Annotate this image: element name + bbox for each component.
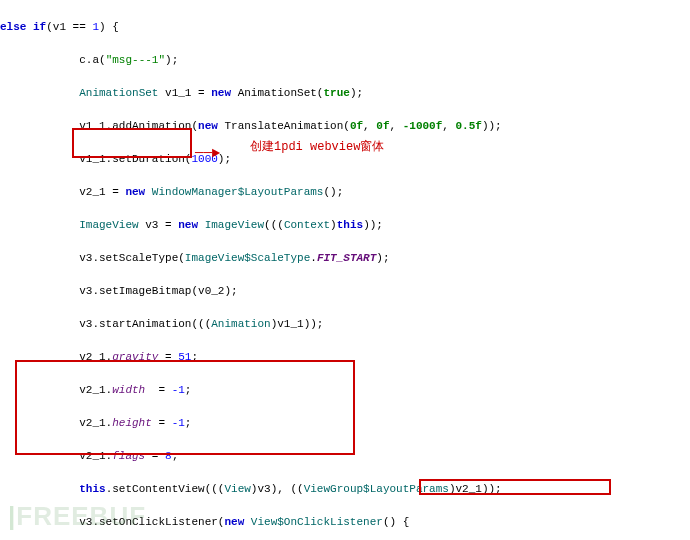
watermark: |FREEBUF <box>8 497 146 536</box>
code-line: c.a("msg---1"); <box>0 52 690 69</box>
code-line: ImageView v3 = new ImageView(((Context)t… <box>0 217 690 234</box>
code-line: v2_1.gravity = 51; <box>0 349 690 366</box>
code-block-top: else if(v1 == else if(v1 == 1) {1) { c.a… <box>0 0 690 540</box>
code-line: v1_1.addAnimation(new TranslateAnimation… <box>0 118 690 135</box>
code-line: this.setContentView(((View)v3), ((ViewGr… <box>0 481 690 498</box>
code-line: AnimationSet v1_1 = new AnimationSet(tru… <box>0 85 690 102</box>
code-line: v3.startAnimation(((Animation)v1_1)); <box>0 316 690 333</box>
code-line: v2_1.height = -1; <box>0 415 690 432</box>
code-line: v2_1.flags = 8; <box>0 448 690 465</box>
arrow-icon: ──► <box>195 143 220 164</box>
annotation-label: 创建1pdi webview窗体 <box>250 138 384 156</box>
code-line: else if(v1 == else if(v1 == 1) {1) { <box>0 19 690 36</box>
code-line: v2_1.width = -1; <box>0 382 690 399</box>
code-line: v3.setImageBitmap(v0_2); <box>0 283 690 300</box>
code-line: v2_1 = new WindowManager$LayoutParams(); <box>0 184 690 201</box>
code-line: v3.setScaleType(ImageView$ScaleType.FIT_… <box>0 250 690 267</box>
